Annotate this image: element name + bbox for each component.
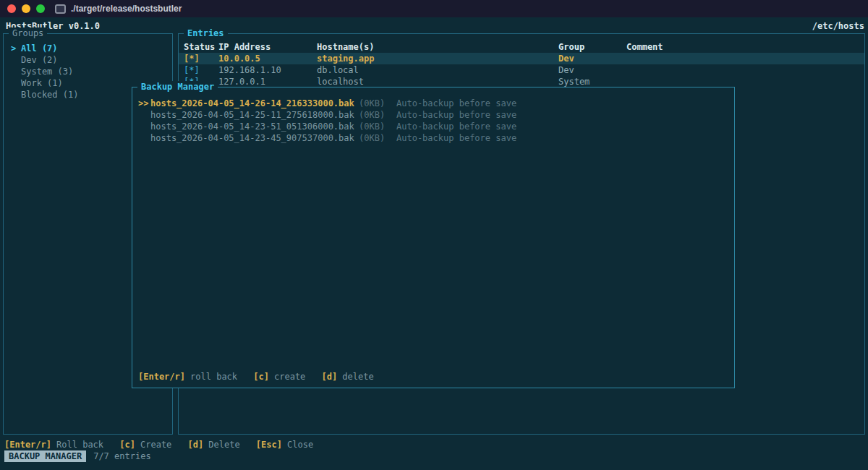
minimize-window-button[interactable] — [22, 4, 30, 13]
backup-selection-marker — [138, 132, 150, 144]
entry-status: [*] — [184, 53, 218, 64]
group-item-dev[interactable]: Dev (2) — [11, 54, 172, 66]
backup-comment: Auto-backup before save — [396, 121, 734, 132]
entries-count: 7/7 entries — [93, 450, 150, 462]
entries-table-header: Status IP Address Hostname(s) Group Comm… — [179, 41, 864, 53]
hint-delete: [d]delete — [322, 372, 374, 382]
entry-hostnames: localhost — [317, 76, 558, 87]
window-title: ./target/release/hostsbutler — [71, 4, 182, 14]
hint-key: [c] — [119, 440, 135, 450]
backup-size: (0KB) — [359, 132, 396, 144]
hint-rollback: [Enter/r]roll back — [138, 372, 242, 382]
hint-key: [d] — [188, 440, 204, 450]
entry-hostnames: staging.app — [317, 53, 558, 64]
backup-size: (0KB) — [359, 98, 396, 109]
backup-size: (0KB) — [359, 121, 396, 132]
hint-delete: [d]Delete — [188, 440, 245, 450]
app-header: HostsButler v0.1.0 /etc/hosts — [0, 19, 868, 33]
terminal-tab-icon — [55, 4, 66, 14]
entry-ip: 10.0.0.5 — [218, 53, 317, 64]
column-header-ip: IP Address — [218, 41, 317, 53]
hint-create: [c]create — [253, 372, 310, 382]
hint-create: [c]Create — [119, 440, 176, 450]
hint-rollback: [Enter/r]Roll back — [4, 440, 109, 450]
group-label: Blocked (1) — [21, 90, 78, 100]
backup-row[interactable]: >> hosts_2026-04-05_14-26-14_216333000.b… — [132, 98, 734, 109]
backup-comment: Auto-backup before save — [396, 132, 734, 144]
entry-group: Dev — [558, 64, 626, 76]
group-label: All (7) — [21, 43, 58, 54]
entry-ip: 192.168.1.10 — [218, 64, 317, 76]
hint-key: [Enter/r] — [4, 440, 51, 450]
entry-hostnames: db.local — [317, 64, 558, 76]
entry-ip: 127.0.0.1 — [218, 76, 317, 87]
backup-comment: Auto-backup before save — [396, 109, 734, 121]
groups-panel-title: Groups — [9, 27, 47, 39]
hint-key: [c] — [253, 372, 269, 382]
entry-row[interactable]: [*] 192.168.1.10 db.local Dev — [179, 64, 864, 76]
column-header-comment: Comment — [626, 41, 864, 53]
terminal-window: ./target/release/hostsbutler HostsButler… — [0, 0, 868, 470]
hint-label: Roll back — [56, 440, 103, 450]
window-titlebar: ./target/release/hostsbutler — [0, 0, 868, 17]
group-item-system[interactable]: System (3) — [11, 66, 172, 77]
backup-list: >> hosts_2026-04-05_14-26-14_216333000.b… — [132, 87, 734, 144]
entry-group: System — [558, 76, 626, 87]
backup-row[interactable]: hosts_2026-04-05_14-25-11_275618000.bak … — [132, 109, 734, 121]
backup-filename: hosts_2026-04-05_14-26-14_216333000.bak — [150, 98, 359, 109]
file-path: /etc/hosts — [812, 19, 864, 33]
column-header-group: Group — [558, 41, 626, 53]
hint-label: Delete — [208, 440, 239, 450]
entry-comment — [626, 53, 864, 64]
entry-comment — [626, 76, 864, 87]
hint-label: create — [274, 372, 305, 382]
zoom-window-button[interactable] — [36, 4, 45, 13]
hint-key: [d] — [322, 372, 338, 382]
entry-row[interactable]: [*] 127.0.0.1 localhost System — [179, 76, 864, 87]
hint-key: [Esc] — [256, 440, 282, 450]
backup-selection-marker: >> — [138, 98, 150, 109]
entry-comment — [626, 64, 864, 76]
entry-status: [*] — [184, 64, 218, 76]
column-header-hostnames: Hostname(s) — [317, 41, 558, 53]
backup-selection-marker — [138, 121, 150, 132]
hint-label: Close — [287, 440, 313, 450]
status-line: BACKUP MANAGER 7/7 entries — [4, 450, 151, 462]
entries-panel-title: Entries — [184, 27, 228, 39]
backup-size: (0KB) — [359, 109, 396, 121]
backup-comment: Auto-backup before save — [396, 98, 734, 109]
group-item-all[interactable]: >All (7) — [11, 43, 172, 54]
selection-marker: > — [11, 43, 21, 54]
entry-group: Dev — [558, 53, 626, 64]
traffic-lights — [7, 4, 45, 13]
group-label: Dev (2) — [21, 55, 58, 65]
mode-badge: BACKUP MANAGER — [4, 450, 86, 462]
group-label: Work (1) — [21, 78, 63, 88]
backup-filename: hosts_2026-04-05_14-25-11_275618000.bak — [150, 109, 359, 121]
hint-label: delete — [342, 372, 373, 382]
hint-label: Create — [140, 440, 171, 450]
backup-row[interactable]: hosts_2026-04-05_14-23-45_907537000.bak … — [132, 132, 734, 144]
hint-close: [Esc]Close — [256, 440, 313, 450]
backup-manager-modal: Backup Manager >> hosts_2026-04-05_14-26… — [132, 87, 735, 388]
entry-row[interactable]: [*] 10.0.0.5 staging.app Dev — [179, 53, 864, 64]
hint-label: roll back — [190, 372, 237, 382]
backup-manager-hints: [Enter/r]roll back [c]create [d]delete — [138, 371, 385, 383]
backup-selection-marker — [138, 109, 150, 121]
close-window-button[interactable] — [7, 4, 16, 13]
backup-filename: hosts_2026-04-05_14-23-51_051306000.bak — [150, 121, 359, 132]
group-label: System (3) — [21, 67, 73, 77]
backup-filename: hosts_2026-04-05_14-23-45_907537000.bak — [150, 132, 359, 144]
hint-key: [Enter/r] — [138, 372, 185, 382]
backup-manager-title: Backup Manager — [137, 81, 218, 93]
terminal-content: HostsButler v0.1.0 /etc/hosts Groups >Al… — [0, 17, 868, 470]
column-header-status: Status — [184, 41, 218, 53]
status-hintbar: [Enter/r]Roll back [c]Create [d]Delete [… — [4, 439, 324, 450]
backup-row[interactable]: hosts_2026-04-05_14-23-51_051306000.bak … — [132, 121, 734, 132]
